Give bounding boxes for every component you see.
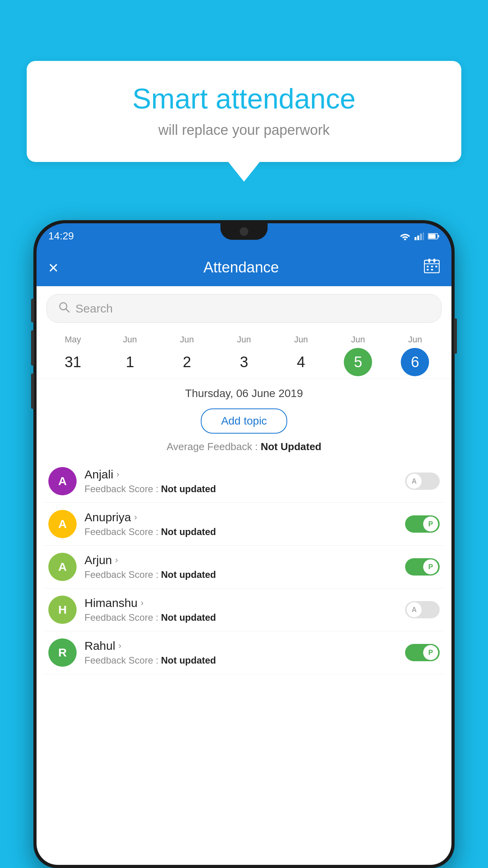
status-icons [400,232,440,240]
bubble-tail [228,162,260,182]
svg-rect-2 [417,235,419,240]
svg-rect-3 [420,234,422,240]
svg-rect-10 [428,259,430,263]
student-info: Himanshu›Feedback Score : Not updated [84,596,405,623]
student-list: AAnjali›Feedback Score : Not updatedAAAn… [37,460,451,674]
close-button[interactable]: × [48,258,59,278]
bubble-title: Smart attendance [50,83,438,115]
student-feedback: Feedback Score : Not updated [84,612,405,623]
speech-bubble: Smart attendance will replace your paper… [27,61,461,162]
svg-rect-7 [438,235,439,237]
student-name-text: Anjali [84,468,113,481]
search-bar[interactable]: Search [46,294,442,323]
feedback-value: Not updated [161,484,216,494]
toggle-knob: A [407,602,422,617]
power-button [454,318,457,354]
cal-month-label: Jun [294,335,308,345]
student-name-text: Anupriya [84,511,131,524]
battery-icon [428,233,440,239]
attendance-toggle[interactable]: P [405,644,440,661]
speech-bubble-container: Smart attendance will replace your paper… [27,61,461,182]
svg-rect-13 [431,266,433,267]
chevron-icon: › [116,469,119,480]
status-time: 14:29 [48,230,74,242]
calendar-day[interactable]: May31 [57,335,89,376]
student-item[interactable]: AAnupriya›Feedback Score : Not updatedP [44,503,444,546]
cal-month-label: Jun [180,335,194,345]
add-topic-button[interactable]: Add topic [201,408,288,434]
cal-month-label: Jun [408,335,422,345]
cal-date-number: 4 [287,348,315,376]
screen-content: Search May31Jun1Jun2Jun3Jun4Jun5Jun6 Thu… [37,286,451,865]
student-info: Arjun›Feedback Score : Not updated [84,554,405,580]
student-item[interactable]: HHimanshu›Feedback Score : Not updatedA [44,588,444,631]
feedback-label: Feedback Score : [84,526,161,537]
wifi-icon [400,232,411,240]
feedback-label: Feedback Score : [84,484,161,494]
calendar-day[interactable]: Jun2 [171,335,203,376]
cal-date-number: 2 [173,348,201,376]
svg-rect-11 [433,259,435,263]
calendar-day[interactable]: Jun1 [114,335,146,376]
feedback-value: Not updated [161,612,216,623]
feedback-label: Feedback Score : [84,655,161,666]
calendar-button[interactable] [424,258,440,277]
student-avatar: A [48,467,77,495]
cal-month-label: Jun [123,335,137,345]
calendar-day[interactable]: Jun5 [342,335,374,376]
app-bar-title: Attendance [204,259,279,276]
app-bar: × Attendance [37,249,451,286]
front-camera [240,227,248,236]
svg-rect-1 [415,237,416,240]
student-item[interactable]: AArjun›Feedback Score : Not updatedP [44,546,444,588]
calendar-day[interactable]: Jun6 [399,335,431,376]
student-name-text: Rahul [84,639,115,653]
student-avatar: A [48,553,77,581]
chevron-icon: › [134,512,137,522]
student-feedback: Feedback Score : Not updated [84,569,405,580]
attendance-toggle[interactable]: P [405,558,440,576]
student-name: Anjali› [84,468,405,481]
attendance-toggle[interactable]: A [405,601,440,618]
student-item[interactable]: AAnjali›Feedback Score : Not updatedA [44,460,444,503]
feedback-label: Feedback Score : [84,612,161,623]
svg-rect-16 [431,269,433,270]
attendance-toggle[interactable]: A [405,473,440,490]
avg-feedback-value: Not Updated [261,441,321,452]
calendar-day[interactable]: Jun3 [228,335,260,376]
phone-notch [220,223,268,240]
student-info: Anupriya›Feedback Score : Not updated [84,511,405,537]
phone-frame: 14:29 [33,220,455,868]
student-feedback: Feedback Score : Not updated [84,655,405,666]
svg-rect-15 [427,269,429,270]
toggle-knob: A [407,474,422,489]
student-info: Rahul›Feedback Score : Not updated [84,639,405,666]
cal-month-label: May [65,335,81,345]
volume-down-button [31,373,34,409]
chevron-icon: › [115,555,118,565]
calendar-strip: May31Jun1Jun2Jun3Jun4Jun5Jun6 [37,329,451,379]
cal-month-label: Jun [237,335,251,345]
cal-date-number: 31 [59,348,87,376]
student-avatar: H [48,596,77,624]
toggle-knob: P [423,517,438,531]
toggle-knob: P [423,559,438,574]
student-name: Arjun› [84,554,405,567]
feedback-value: Not updated [161,569,216,580]
cal-date-number: 5 [344,348,372,376]
signal-icon [415,232,424,240]
student-name: Himanshu› [84,596,405,610]
student-feedback: Feedback Score : Not updated [84,526,405,537]
cal-date-number: 6 [401,348,429,376]
volume-up-button [31,330,34,366]
search-placeholder: Search [75,302,113,315]
attendance-toggle[interactable]: P [405,515,440,533]
phone-screen: 14:29 [37,223,451,865]
calendar-day[interactable]: Jun4 [285,335,317,376]
student-item[interactable]: RRahul›Feedback Score : Not updatedP [44,631,444,674]
student-feedback: Feedback Score : Not updated [84,484,405,495]
svg-rect-12 [427,266,429,267]
volume-silent-button [31,299,34,322]
svg-rect-14 [435,266,437,267]
chevron-icon: › [141,598,143,608]
